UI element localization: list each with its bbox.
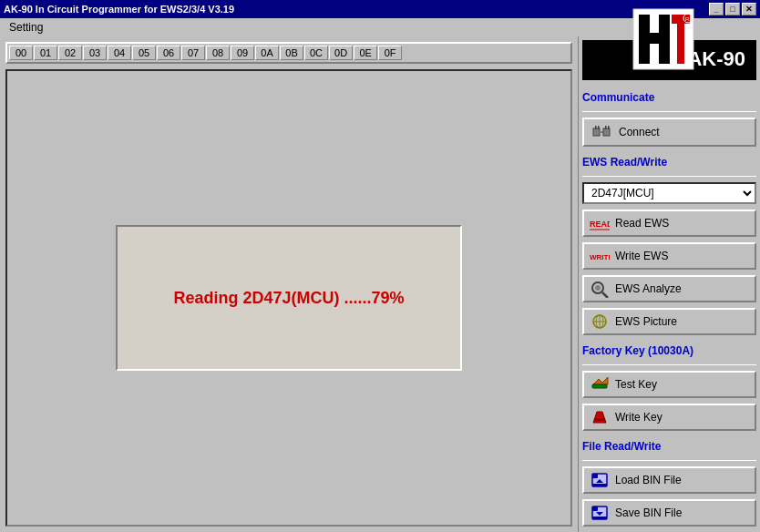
factory-key-section-header: Factory Key (10030A)	[582, 344, 756, 357]
svg-rect-8	[593, 128, 600, 136]
write-ews-icon: WRITE	[590, 247, 610, 265]
ews-dropdown-wrapper[interactable]: 2D47J[MCU] EWS2 EWS3 EWS4	[582, 182, 756, 204]
load-bin-label: Load BIN File	[615, 474, 682, 486]
save-bin-label: Save BIN File	[615, 506, 682, 519]
close-button[interactable]: ✕	[742, 3, 756, 15]
file-readwrite-divider	[582, 460, 756, 461]
hex-tab-08[interactable]: 08	[206, 46, 230, 60]
write-key-label: Write Key	[615, 411, 662, 424]
write-key-icon	[590, 408, 610, 426]
ews-section-header: EWS Read/Write	[582, 156, 756, 169]
plug-icon	[591, 123, 611, 141]
svg-rect-29	[592, 484, 607, 486]
hex-tab-0e[interactable]: 0E	[354, 46, 377, 60]
hex-tab-01[interactable]: 01	[34, 46, 57, 60]
connect-icon	[591, 123, 611, 141]
title-bar-buttons: _ □ ✕	[709, 3, 756, 15]
left-panel: 00 01 02 03 04 05 06 07 08 09 0A 0B 0C 0…	[0, 36, 578, 532]
ews-analyze-button[interactable]: EWS Analyze	[582, 275, 756, 302]
write-ews-button[interactable]: WRITE Write EWS	[582, 242, 756, 270]
hex-tab-05[interactable]: 05	[132, 46, 156, 60]
main-layout: 00 01 02 03 04 05 06 07 08 09 0A 0B 0C 0…	[0, 36, 760, 532]
write-ews-label: Write EWS	[615, 250, 668, 262]
svg-rect-33	[592, 517, 607, 519]
file-readwrite-section-header: File Read/Write	[582, 440, 756, 453]
ews-divider	[582, 176, 756, 177]
svg-rect-25	[592, 384, 607, 388]
content-area: Reading 2D47J(MCU) ......79%	[5, 69, 572, 527]
ews-analyze-icon	[590, 280, 610, 298]
hex-tab-00[interactable]: 00	[9, 46, 33, 60]
svg-text:WRITE: WRITE	[590, 253, 610, 261]
hex-tab-03[interactable]: 03	[83, 46, 107, 60]
write-key-button[interactable]: Write Key	[582, 404, 756, 431]
ews-picture-label: EWS Picture	[615, 315, 677, 328]
hex-tab-02[interactable]: 02	[58, 46, 82, 60]
logo-area: AK-90 R	[582, 40, 756, 80]
svg-point-19	[595, 285, 601, 291]
hex-tab-0f[interactable]: 0F	[378, 46, 402, 60]
svg-text:READ: READ	[590, 220, 610, 229]
ews-picture-button[interactable]: EWS Picture	[582, 308, 756, 335]
communicate-divider	[582, 111, 756, 112]
ews-dropdown[interactable]: 2D47J[MCU] EWS2 EWS3 EWS4	[582, 182, 756, 204]
logo-text: AK-90	[687, 47, 745, 71]
maximize-button[interactable]: □	[725, 3, 740, 15]
svg-rect-12	[603, 128, 610, 136]
test-key-label: Test Key	[615, 378, 657, 391]
connect-label: Connect	[619, 126, 660, 138]
minimize-button[interactable]: _	[709, 3, 724, 15]
read-ews-button[interactable]: READ Read EWS	[582, 210, 756, 237]
communicate-section-header: Communicate	[582, 91, 756, 104]
hex-tab-07[interactable]: 07	[181, 46, 205, 60]
factory-key-divider	[582, 364, 756, 365]
save-bin-icon	[590, 504, 610, 522]
window-title: AK-90 In Circuit Programmer for EWS2/3/4…	[4, 4, 234, 15]
load-bin-icon	[590, 471, 610, 489]
menu-item-setting[interactable]: Setting	[4, 20, 48, 35]
load-bin-button[interactable]: Load BIN File	[582, 466, 756, 494]
hex-tab-0d[interactable]: 0D	[329, 46, 353, 60]
svg-rect-14	[608, 126, 610, 129]
svg-rect-32	[592, 506, 598, 511]
svg-rect-26	[595, 418, 604, 421]
reading-status-text: Reading 2D47J(MCU) ......79%	[173, 289, 404, 308]
test-key-button[interactable]: Test Key	[582, 371, 756, 398]
hex-tab-04[interactable]: 04	[108, 46, 131, 60]
svg-rect-9	[595, 126, 597, 129]
svg-rect-28	[592, 474, 598, 478]
hex-tab-0a[interactable]: 0A	[255, 46, 279, 60]
svg-rect-3	[659, 15, 670, 64]
read-ews-label: Read EWS	[615, 217, 669, 230]
hex-tab-06[interactable]: 06	[157, 46, 180, 60]
svg-rect-5	[677, 24, 684, 64]
svg-line-20	[602, 292, 608, 298]
right-panel: AK-90 R Communicate	[578, 36, 760, 532]
ews-picture-icon	[590, 312, 610, 331]
save-bin-button[interactable]: Save BIN File	[582, 499, 756, 527]
hex-tab-0b[interactable]: 0B	[280, 46, 303, 60]
hex-tab-0c[interactable]: 0C	[304, 46, 328, 60]
reading-box: Reading 2D47J(MCU) ......79%	[116, 225, 462, 371]
ews-analyze-label: EWS Analyze	[615, 282, 682, 295]
hex-tab-09[interactable]: 09	[231, 46, 254, 60]
read-ews-icon: READ	[590, 214, 610, 232]
test-key-icon	[590, 375, 610, 394]
svg-rect-13	[605, 126, 607, 129]
svg-text:R: R	[685, 16, 690, 22]
hex-tab-bar: 00 01 02 03 04 05 06 07 08 09 0A 0B 0C 0…	[5, 42, 572, 64]
connect-button[interactable]: Connect	[582, 118, 756, 147]
logo-icon: R	[632, 7, 695, 71]
svg-rect-10	[598, 126, 600, 129]
